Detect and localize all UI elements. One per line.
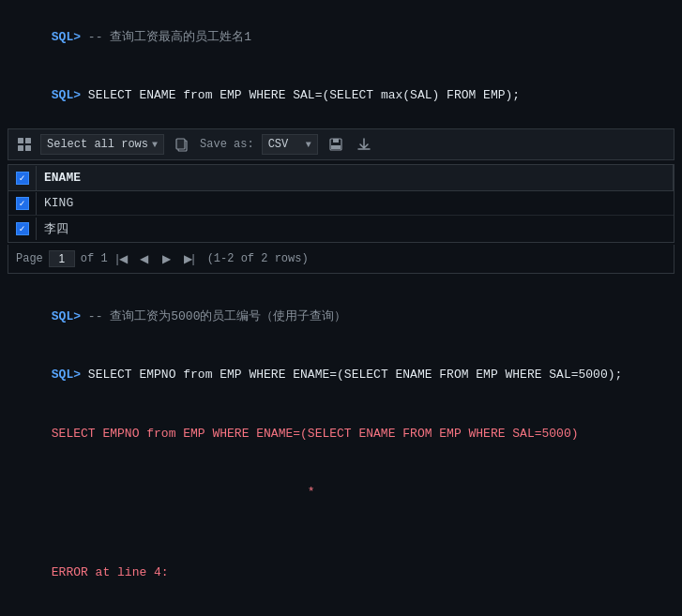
col-header-ename: ENAME bbox=[37, 165, 674, 190]
sql-comment-2: SQL> -- 查询工资为5000的员工编号（使用子查询） bbox=[0, 287, 682, 346]
table-header-1: ✓ ENAME bbox=[8, 165, 674, 191]
error-header-line: ERROR at line 4: bbox=[0, 544, 682, 603]
section-divider bbox=[0, 274, 682, 287]
sql-prompt-2: SQL> bbox=[52, 88, 88, 102]
svg-rect-0 bbox=[18, 138, 23, 143]
check-1-2: ✓ bbox=[19, 223, 24, 234]
sql-prompt: SQL> bbox=[52, 30, 88, 44]
select-all-dropdown-1[interactable]: Select all rows ▼ bbox=[40, 134, 164, 155]
error-header: ERROR at line 4: bbox=[52, 565, 169, 579]
download-icon-1[interactable] bbox=[354, 134, 374, 155]
table-header-row-1: ✓ ENAME bbox=[8, 165, 674, 190]
svg-rect-5 bbox=[176, 139, 185, 149]
select-all-label-1: Select all rows bbox=[47, 138, 148, 151]
header-checkbox-1[interactable]: ✓ bbox=[16, 172, 29, 185]
page-label-1: Page bbox=[16, 252, 43, 265]
grid-icon-1 bbox=[16, 136, 33, 153]
copy-icon-1[interactable] bbox=[172, 134, 192, 155]
row-check-1-2[interactable]: ✓ bbox=[16, 222, 29, 235]
result-table-1: ✓ ENAME ✓ KING ✓ bbox=[8, 164, 674, 243]
svg-rect-7 bbox=[333, 139, 339, 143]
error-blank bbox=[0, 521, 682, 544]
dropdown-arrow-1: ▼ bbox=[152, 140, 158, 150]
error-sql-echo: SELECT EMPNO from EMP WHERE ENAME=(SELEC… bbox=[0, 404, 682, 463]
svg-rect-3 bbox=[25, 145, 31, 151]
sql-comment-text-2: -- 查询工资为5000的员工编号（使用子查询） bbox=[88, 309, 347, 323]
save-icon-1[interactable] bbox=[326, 134, 346, 155]
table-row-1-2: ✓ 李四 bbox=[8, 216, 674, 242]
pagination-1: Page of 1 |◀ ◀ ▶ ▶| (1-2 of 2 rows) bbox=[8, 245, 674, 274]
sql-comment-1: SQL> -- 查询工资最高的员工姓名1 bbox=[0, 8, 682, 67]
first-page-btn-1[interactable]: |◀ bbox=[114, 250, 130, 267]
prev-page-btn-1[interactable]: ◀ bbox=[136, 250, 153, 267]
sql-query-text-1: SELECT ENAME from EMP WHERE SAL=(SELECT … bbox=[88, 88, 520, 102]
section-2: SQL> -- 查询工资为5000的员工编号（使用子查询） SQL> SELEC… bbox=[0, 287, 682, 616]
check-1-1: ✓ bbox=[19, 198, 24, 209]
last-page-btn-1[interactable]: ▶| bbox=[181, 250, 198, 267]
page-input-1[interactable] bbox=[49, 250, 75, 267]
error-pointer: * bbox=[52, 485, 315, 499]
csv-dropdown-1[interactable]: CSV ▼ bbox=[262, 134, 318, 155]
header-checkbox-col-1: ✓ bbox=[8, 166, 37, 190]
table-row-1-1: ✓ KING bbox=[8, 191, 674, 216]
csv-arrow-1: ▼ bbox=[306, 140, 311, 150]
csv-label-1: CSV bbox=[268, 138, 289, 151]
svg-rect-1 bbox=[25, 138, 31, 143]
of-label-1: of 1 bbox=[81, 252, 108, 265]
error-pointer-line: * bbox=[0, 463, 682, 522]
sql-prompt-3: SQL> bbox=[52, 309, 88, 323]
section-1: SQL> -- 查询工资最高的员工姓名1 SQL> SELECT ENAME f… bbox=[0, 8, 682, 274]
svg-rect-8 bbox=[331, 145, 341, 149]
cell-ename-1: KING bbox=[37, 191, 674, 215]
row-checkbox-1-2[interactable]: ✓ bbox=[8, 218, 37, 240]
check-mark: ✓ bbox=[19, 173, 24, 184]
sql-query-text-2: SELECT EMPNO from EMP WHERE ENAME=(SELEC… bbox=[88, 368, 623, 382]
row-check-1-1[interactable]: ✓ bbox=[16, 197, 29, 210]
cell-ename-2: 李四 bbox=[37, 216, 674, 242]
sql-query-2: SQL> SELECT EMPNO from EMP WHERE ENAME=(… bbox=[0, 346, 682, 405]
svg-rect-2 bbox=[18, 145, 23, 151]
save-as-label-1: Save as: bbox=[200, 138, 254, 151]
sql-comment-text-1: -- 查询工资最高的员工姓名1 bbox=[88, 30, 251, 44]
error-sql-text: SELECT EMPNO from EMP WHERE ENAME=(SELEC… bbox=[52, 427, 579, 441]
next-page-btn-1[interactable]: ▶ bbox=[159, 250, 175, 267]
error-message-line: ORA-01427: 单行子查询返回多个行 bbox=[0, 602, 682, 616]
sql-prompt-4: SQL> bbox=[52, 368, 88, 382]
main-container: SQL> -- 查询工资最高的员工姓名1 SQL> SELECT ENAME f… bbox=[0, 0, 682, 616]
toolbar-1: Select all rows ▼ Save as: CSV ▼ bbox=[8, 128, 674, 160]
row-checkbox-1-1[interactable]: ✓ bbox=[8, 192, 37, 215]
page-info-1: (1-2 of 2 rows) bbox=[207, 252, 309, 265]
sql-query-1: SQL> SELECT ENAME from EMP WHERE SAL=(SE… bbox=[0, 67, 682, 126]
